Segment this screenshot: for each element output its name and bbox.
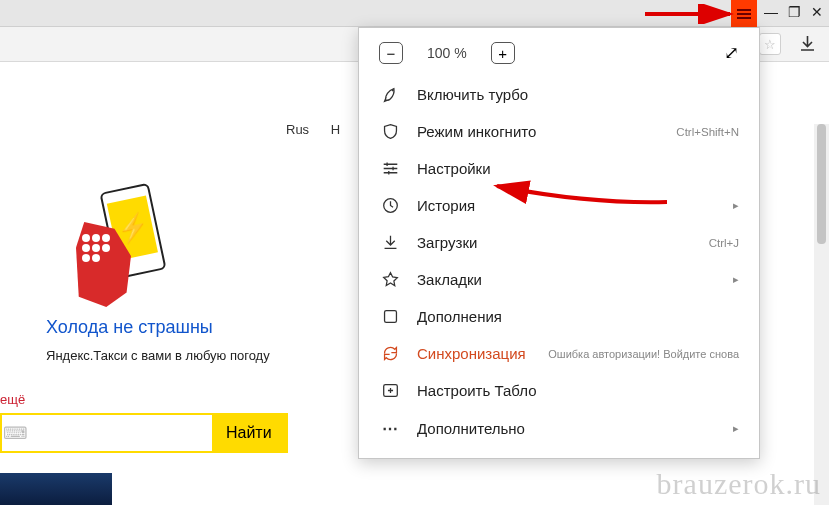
annotation-arrow-1	[645, 4, 745, 24]
bookmark-star-button[interactable]: ☆	[759, 33, 781, 55]
menu-item-turbo[interactable]: Включить турбо	[359, 76, 759, 113]
menu-item-more[interactable]: ⋯ Дополнительно ▸	[359, 409, 759, 448]
menu-label: Дополнительно	[417, 420, 525, 437]
menu-item-bookmarks[interactable]: Закладки ▸	[359, 261, 759, 298]
vertical-scrollbar[interactable]	[814, 124, 829, 505]
zoom-row: − 100 % + ⤢	[359, 28, 759, 76]
menu-label: Включить турбо	[417, 86, 528, 103]
puzzle-icon	[379, 308, 401, 325]
menu-item-tableau[interactable]: Настроить Табло	[359, 372, 759, 409]
zoom-out-button[interactable]: −	[379, 42, 403, 64]
keyboard-icon[interactable]: ⌨	[2, 415, 29, 451]
minimize-button[interactable]: —	[764, 4, 778, 20]
sync-error-text: Ошибка авторизации! Войдите снова	[548, 348, 739, 360]
svg-rect-1	[384, 311, 396, 323]
language-links: Rus H	[286, 122, 358, 137]
promo-title[interactable]: Холода не страшны	[46, 317, 336, 338]
download-icon	[379, 234, 401, 251]
menu-shortcut: Ctrl+J	[709, 237, 739, 249]
chevron-right-icon: ▸	[733, 199, 739, 212]
menu-item-addons[interactable]: Дополнения	[359, 298, 759, 335]
rocket-icon	[379, 86, 401, 103]
menu-label: Загрузки	[417, 234, 477, 251]
menu-item-downloads[interactable]: Загрузки Ctrl+J	[359, 224, 759, 261]
dots-icon: ⋯	[379, 419, 401, 438]
download-icon	[800, 36, 815, 52]
star-icon: ☆	[764, 37, 776, 52]
star-icon	[379, 271, 401, 288]
search-bar: ⌨ Найти	[0, 413, 288, 453]
chevron-right-icon: ▸	[733, 273, 739, 286]
promo-image: ⚡	[76, 187, 166, 307]
shield-icon	[379, 123, 401, 140]
menu-item-incognito[interactable]: Режим инкогнито Ctrl+Shift+N	[359, 113, 759, 150]
zoom-in-button[interactable]: +	[491, 42, 515, 64]
menu-item-sync[interactable]: Синхронизация Ошибка авторизации! Войдит…	[359, 335, 759, 372]
zoom-level: 100 %	[427, 45, 467, 61]
more-link[interactable]: ещё	[0, 392, 25, 407]
menu-label: Настройки	[417, 160, 491, 177]
menu-label: Дополнения	[417, 308, 502, 325]
watermark: brauzerok.ru	[657, 467, 821, 501]
menu-shortcut: Ctrl+Shift+N	[676, 126, 739, 138]
bottom-banner[interactable]	[0, 473, 112, 505]
main-menu: − 100 % + ⤢ Включить турбо Режим инкогни…	[358, 27, 760, 459]
chevron-right-icon: ▸	[733, 422, 739, 435]
maximize-button[interactable]: ❐	[788, 4, 801, 20]
lang-rus-link[interactable]: Rus	[286, 122, 309, 137]
close-button[interactable]: ✕	[811, 4, 823, 20]
search-input[interactable]	[29, 415, 212, 451]
downloads-toolbar-button[interactable]	[797, 33, 817, 55]
sync-icon	[379, 345, 401, 362]
clock-icon	[379, 197, 401, 214]
plus-square-icon	[379, 382, 401, 399]
lang-h-link[interactable]: H	[331, 122, 340, 137]
menu-label: Закладки	[417, 271, 482, 288]
menu-label: Режим инкогнито	[417, 123, 536, 140]
sliders-icon	[379, 160, 401, 177]
annotation-arrow-2	[487, 172, 677, 212]
fullscreen-icon[interactable]: ⤢	[724, 42, 739, 64]
window-controls: — ❐ ✕	[764, 4, 823, 20]
menu-label: Синхронизация	[417, 345, 526, 362]
menu-label: История	[417, 197, 475, 214]
menu-label: Настроить Табло	[417, 382, 536, 399]
search-button[interactable]: Найти	[212, 415, 286, 451]
promo-block: ⚡ Холода не страшны Яндекс.Такси с вами …	[46, 187, 336, 363]
promo-subtitle: Яндекс.Такси с вами в любую погоду	[46, 348, 336, 363]
